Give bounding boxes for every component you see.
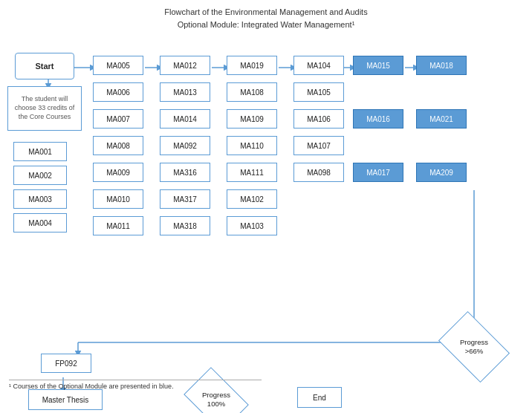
- ma003: MA003: [13, 189, 67, 209]
- ma019: MA019: [227, 56, 277, 75]
- ma012: MA012: [160, 56, 210, 75]
- ma105: MA105: [293, 82, 344, 102]
- ma107: MA107: [293, 136, 344, 155]
- ma021: MA021: [416, 109, 467, 129]
- ma002: MA002: [13, 166, 67, 185]
- note-box: The student will choose 33 credits of th…: [7, 86, 82, 131]
- ma108: MA108: [227, 82, 277, 102]
- ma018: MA018: [416, 56, 467, 75]
- ma007: MA007: [93, 109, 143, 129]
- footnote: ¹ Courses of the Optional Module are pre…: [9, 380, 262, 390]
- ma010: MA010: [93, 189, 143, 209]
- ma106: MA106: [293, 109, 344, 129]
- fp092-box: FP092: [41, 354, 91, 373]
- ma015: MA015: [353, 56, 403, 75]
- ma103: MA103: [227, 216, 277, 235]
- ma109: MA109: [227, 109, 277, 129]
- ma011: MA011: [93, 216, 143, 235]
- ma209: MA209: [416, 163, 467, 182]
- ma017: MA017: [353, 163, 403, 182]
- flowchart-container: Start The student will choose 33 credits…: [0, 30, 532, 394]
- ma111: MA111: [227, 163, 277, 182]
- ma004: MA004: [13, 213, 67, 232]
- ma014: MA014: [160, 109, 210, 129]
- start-box: Start: [15, 53, 74, 79]
- end-box: End: [297, 387, 342, 408]
- ma092: MA092: [160, 136, 210, 155]
- ma005: MA005: [93, 56, 143, 75]
- ma008: MA008: [93, 136, 143, 155]
- progress66-diamond: Progress>66%: [444, 326, 504, 368]
- master-thesis-box: Master Thesis: [28, 389, 103, 410]
- ma001: MA001: [13, 142, 67, 161]
- ma318: MA318: [160, 216, 210, 235]
- ma006: MA006: [93, 82, 143, 102]
- ma098: MA098: [293, 163, 344, 182]
- ma102: MA102: [227, 189, 277, 209]
- ma013: MA013: [160, 82, 210, 102]
- ma009: MA009: [93, 163, 143, 182]
- ma317: MA317: [160, 189, 210, 209]
- ma110: MA110: [227, 136, 277, 155]
- ma016: MA016: [353, 109, 403, 129]
- ma104: MA104: [293, 56, 344, 75]
- ma316: MA316: [160, 163, 210, 182]
- page-title: Flowchart of the Environmental Managemen…: [0, 0, 532, 30]
